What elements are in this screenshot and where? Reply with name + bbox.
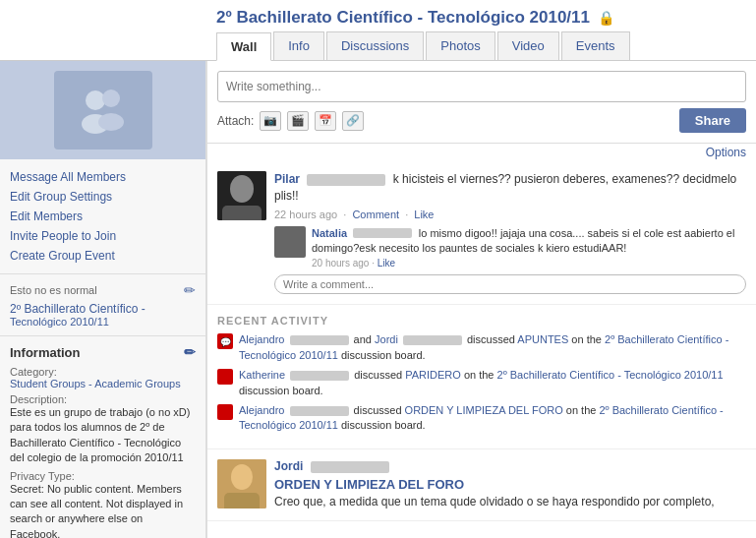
main-layout: Message All Members Edit Group Settings …: [0, 61, 756, 538]
header-right: 2º Bachillerato Científico - Tecnológico…: [216, 8, 746, 60]
post-1-comment-link[interactable]: Comment: [352, 209, 399, 220]
sidebar-network-title: Esto no es normal ✏: [10, 282, 196, 298]
activity-1-text: Alejandro and Jordi discussed APUNTES on…: [239, 332, 746, 363]
comment-1-like-link[interactable]: Like: [378, 258, 395, 269]
comment-1-avatar-image: [274, 226, 306, 258]
attach-photo-icon[interactable]: 📷: [260, 111, 281, 131]
write-comment-input[interactable]: [274, 274, 746, 294]
post-2-title[interactable]: ORDEN Y LIMPIEZA DEL FORO: [274, 477, 746, 492]
svg-rect-6: [222, 206, 262, 220]
activity-2-group[interactable]: 2º Bachillerato Científico - Tecnológico…: [497, 369, 724, 381]
privacy-type-value: Secret: No public content. Members can s…: [10, 482, 196, 538]
activity-2-topic[interactable]: PARIDERO: [405, 369, 461, 381]
post-1-avatar: [217, 171, 266, 220]
post-1-avatar-placeholder-icon: [217, 171, 266, 220]
post-1-avatar-image: [217, 171, 266, 220]
privacy-type-label: Privacy Type:: [10, 470, 196, 482]
attach-video-icon[interactable]: 🎬: [287, 111, 309, 131]
sidebar-group-name[interactable]: 2º Bachillerato Científico -: [10, 302, 196, 316]
post-1-dot1: ·: [343, 209, 346, 220]
post-1-author[interactable]: Pilar: [274, 172, 300, 186]
activity-item-3: Alejandro discussed ORDEN Y LIMPIEZA DEL…: [217, 403, 746, 434]
svg-point-0: [86, 90, 105, 110]
main-content: Attach: 📷 🎬 📅 🔗 Share Options: [206, 61, 756, 538]
post-1-content: Pilar k hicisteis el viernes?? pusieron …: [274, 171, 746, 294]
options-row: Options: [207, 144, 756, 161]
sidebar-information-title: Information ✏: [10, 344, 196, 360]
comment-1-author-blurred: [353, 228, 412, 238]
activity-item-1: 💬 Alejandro and Jordi discussed APUNTES …: [217, 332, 746, 363]
tab-video[interactable]: Video: [497, 31, 559, 60]
post-2-avatar-placeholder-icon: [217, 459, 266, 508]
post-input[interactable]: [217, 71, 746, 102]
svg-point-5: [230, 175, 254, 203]
group-header: 2º Bachillerato Científico - Tecnológico…: [0, 0, 756, 61]
sidebar: Message All Members Edit Group Settings …: [0, 61, 206, 538]
activity-3-person1[interactable]: Alejandro: [239, 404, 284, 416]
comment-1-content: Natalia lo mismo digoo!! jajaja una cosa…: [312, 226, 746, 269]
post-item-2: Jordi ORDEN Y LIMPIEZA DEL FORO Creo que…: [207, 449, 756, 521]
info-edit-icon[interactable]: ✏: [184, 344, 196, 360]
attach-row: Attach: 📷 🎬 📅 🔗 Share: [217, 108, 746, 133]
activity-1-person2[interactable]: Jordi: [375, 333, 398, 345]
post-box: Attach: 📷 🎬 📅 🔗 Share: [207, 61, 756, 144]
category-value[interactable]: Student Groups - Academic Groups: [10, 378, 196, 389]
attach-label: Attach:: [217, 114, 254, 128]
tab-wall[interactable]: Wall: [216, 32, 271, 61]
svg-rect-10: [219, 406, 231, 418]
sidebar-group-subname[interactable]: Tecnológico 2010/11: [10, 316, 196, 328]
sidebar-link-message-all[interactable]: Message All Members: [0, 167, 205, 187]
post-1-like-link[interactable]: Like: [414, 209, 434, 220]
activity-1-icon: 💬: [217, 333, 233, 349]
activity-1-person1[interactable]: Alejandro: [239, 333, 284, 345]
activity-1-person2-blurred: [403, 335, 462, 345]
discussion-icon-1: 💬: [219, 335, 231, 347]
lock-icon: 🔒: [598, 10, 614, 26]
post-2-text: Creo que, a medida que un tema qude olvi…: [274, 494, 746, 510]
post-2-avatar: [217, 459, 266, 508]
tab-events[interactable]: Events: [561, 31, 630, 60]
comment-1-avatar: [274, 226, 306, 258]
tab-info[interactable]: Info: [273, 31, 324, 60]
activity-2-person1-blurred: [290, 371, 349, 381]
activity-3-icon: [217, 404, 233, 420]
recent-activity-section: RECENT ACTIVITY 💬 Alejandro and Jordi di…: [207, 305, 756, 448]
post-2-author-blurred: [311, 461, 389, 473]
recent-activity-title: RECENT ACTIVITY: [217, 315, 746, 327]
attach-icons: 📷 🎬 📅 🔗: [260, 111, 364, 131]
sidebar-link-edit-members[interactable]: Edit Members: [0, 207, 205, 226]
sidebar-network-section: Esto no es normal ✏ 2º Bachillerato Cien…: [0, 274, 205, 336]
tab-discussions[interactable]: Discussions: [326, 31, 424, 60]
comment-1-meta: 20 hours ago · Like: [312, 258, 746, 269]
sidebar-link-create-event[interactable]: Create Group Event: [0, 246, 205, 266]
sidebar-links: Message All Members Edit Group Settings …: [0, 159, 205, 274]
post-2-content: Jordi ORDEN Y LIMPIEZA DEL FORO Creo que…: [274, 459, 746, 510]
comment-1-time: 20 hours ago: [312, 258, 369, 269]
tab-photos[interactable]: Photos: [426, 31, 494, 60]
post-item-1: Pilar k hicisteis el viernes?? pusieron …: [207, 161, 756, 305]
description-label: Description:: [10, 393, 196, 405]
svg-point-1: [102, 90, 120, 107]
activity-2-icon: [217, 369, 233, 385]
activity-1-topic[interactable]: APUNTES: [517, 333, 568, 345]
sidebar-link-edit-group[interactable]: Edit Group Settings: [0, 187, 205, 207]
activity-3-text: Alejandro discussed ORDEN Y LIMPIEZA DEL…: [239, 403, 746, 434]
sidebar-information-section: Information ✏ Category: Student Groups -…: [0, 336, 205, 538]
group-title-row: 2º Bachillerato Científico - Tecnológico…: [216, 8, 746, 28]
post-2-author[interactable]: Jordi: [274, 459, 303, 473]
profile-pic-placeholder: [54, 71, 152, 149]
post-2-avatar-image: [217, 459, 266, 508]
attach-controls: Attach: 📷 🎬 📅 🔗: [217, 111, 364, 131]
comment-1-author[interactable]: Natalia: [312, 227, 347, 239]
attach-link-icon[interactable]: 🔗: [342, 111, 364, 131]
activity-3-topic[interactable]: ORDEN Y LIMPIEZA DEL FORO: [405, 404, 563, 416]
activity-1-person1-blurred: [290, 335, 349, 345]
options-link[interactable]: Options: [706, 146, 746, 159]
share-button[interactable]: Share: [679, 108, 746, 133]
attach-event-icon[interactable]: 📅: [315, 111, 336, 131]
network-edit-icon[interactable]: ✏: [184, 282, 196, 298]
activity-2-person1[interactable]: Katherine: [239, 369, 285, 381]
group-profile-picture: [0, 61, 205, 159]
sidebar-link-invite[interactable]: Invite People to Join: [0, 226, 205, 246]
svg-point-12: [231, 464, 253, 490]
